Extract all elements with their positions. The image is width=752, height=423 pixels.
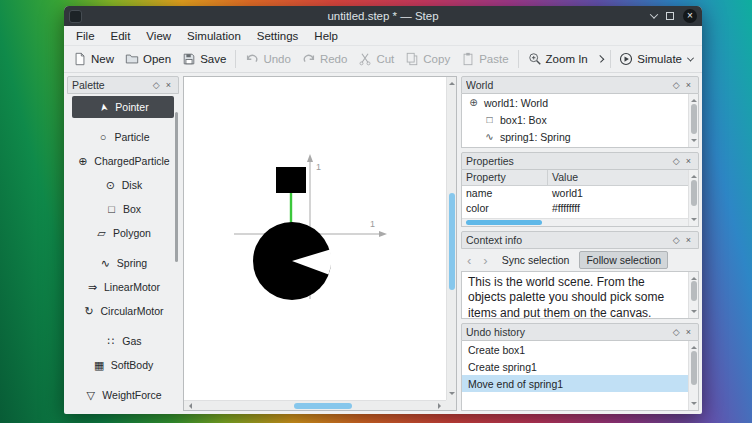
scroll-down-arrow-icon[interactable] <box>691 310 697 316</box>
undo-vertical-scrollbar[interactable] <box>688 341 698 410</box>
copy-button[interactable]: Copy <box>400 49 455 69</box>
palette-item-spring[interactable]: ∿ Spring <box>72 252 174 274</box>
palette-float-icon[interactable]: ◇ <box>150 81 163 90</box>
palette-close-icon[interactable]: × <box>163 81 174 90</box>
palette-item-disk[interactable]: ⊙ Disk <box>72 174 174 196</box>
titlebar[interactable]: untitled.step * — Step × <box>64 6 702 26</box>
world-panel-header[interactable]: World ◇ × <box>461 76 699 94</box>
zoom-in-button[interactable]: Zoom In <box>523 49 593 69</box>
menu-file[interactable]: File <box>68 28 103 44</box>
y-axis-label: 1 <box>316 162 321 172</box>
palette-item-circularmotor[interactable]: ↻ CircularMotor <box>72 300 174 322</box>
simulate-button[interactable]: Simulate <box>614 49 698 69</box>
undo-button[interactable]: Undo <box>240 49 296 69</box>
scroll-down-arrow-icon[interactable] <box>691 139 697 145</box>
main-toolbar: New Open Save Undo Redo Cut <box>64 46 702 73</box>
column-value[interactable]: Value <box>548 170 698 185</box>
palette-item-chargedparticle[interactable]: ⊕ ChargedParticle <box>72 150 174 172</box>
world-scroll-thumb[interactable] <box>691 104 697 134</box>
back-button[interactable]: ‹ <box>463 253 475 268</box>
undo-history-item[interactable]: Create spring1 <box>462 358 688 375</box>
toolbar-separator <box>235 50 236 68</box>
palette-item-box[interactable]: □ Box <box>72 198 174 220</box>
scroll-up-arrow-icon[interactable] <box>691 172 697 178</box>
properties-panel-header[interactable]: Properties ◇ × <box>461 152 699 170</box>
world-vertical-scrollbar[interactable] <box>688 94 698 147</box>
menu-view[interactable]: View <box>138 28 179 44</box>
box1-shape[interactable] <box>276 167 306 193</box>
toolbar-overflow-chevron-icon[interactable] <box>596 55 603 62</box>
scroll-up-arrow-icon[interactable] <box>691 343 697 349</box>
tree-item-spring1[interactable]: ∿ spring1: Spring <box>462 128 698 145</box>
maximize-icon[interactable] <box>666 12 674 20</box>
menu-settings[interactable]: Settings <box>249 28 307 44</box>
scroll-right-arrow-icon[interactable] <box>438 403 444 409</box>
undo-panel-header[interactable]: Undo history ◇ × <box>461 323 699 341</box>
properties-float-icon[interactable]: ◇ <box>670 157 683 166</box>
scene-canvas[interactable]: 1 1 <box>183 76 457 411</box>
sync-selection-button[interactable]: Sync selection <box>496 252 576 268</box>
weight-force-icon: ▽ <box>84 389 97 402</box>
scroll-up-arrow-icon[interactable] <box>691 96 697 102</box>
titlebar-menu-chevron-icon[interactable] <box>650 10 658 18</box>
follow-selection-toggle[interactable]: Follow selection <box>579 251 668 269</box>
properties-close-icon[interactable]: × <box>683 157 694 166</box>
context-vertical-scrollbar[interactable] <box>688 272 698 318</box>
palette-item-pointer[interactable]: ➤ Pointer <box>72 96 174 118</box>
paste-button[interactable]: Paste <box>456 49 513 69</box>
menu-edit[interactable]: Edit <box>103 28 139 44</box>
menu-help[interactable]: Help <box>306 28 346 44</box>
tree-item-box1[interactable]: □ box1: Box <box>462 111 698 128</box>
palette-item-polygon[interactable]: ▱ Polygon <box>72 222 174 244</box>
scroll-up-arrow-icon[interactable] <box>691 274 697 280</box>
canvas-horizontal-scroll-thumb[interactable] <box>294 403 352 409</box>
palette-scrollbar[interactable] <box>175 112 178 262</box>
forward-button[interactable]: › <box>479 253 491 268</box>
charged-particle-icon: ⊕ <box>76 155 89 168</box>
cut-button[interactable]: Cut <box>353 49 399 69</box>
canvas-vertical-scroll-thumb[interactable] <box>449 193 455 290</box>
context-panel-header[interactable]: Context info ◇ × <box>461 231 699 249</box>
palette-item-weightforce[interactable]: ▽ WeightForce <box>72 384 174 406</box>
palette-item-linearmotor[interactable]: ⇒ LinearMotor <box>72 276 174 298</box>
properties-panel-title: Properties <box>466 155 670 167</box>
new-button[interactable]: New <box>68 49 119 69</box>
undo-close-icon[interactable]: × <box>683 328 694 337</box>
simulate-dropdown-chevron-icon[interactable] <box>687 54 694 61</box>
scroll-left-arrow-icon[interactable] <box>186 403 192 409</box>
scroll-down-arrow-icon[interactable] <box>691 402 697 408</box>
close-icon[interactable]: × <box>683 9 697 23</box>
table-row[interactable]: color #ffffffff <box>462 201 698 216</box>
table-row[interactable]: name world1 <box>462 186 698 201</box>
context-float-icon[interactable]: ◇ <box>670 236 683 245</box>
palette-panel-header[interactable]: Palette ◇ × <box>67 76 179 94</box>
context-close-icon[interactable]: × <box>683 236 694 245</box>
properties-hscroll-thumb[interactable] <box>466 220 542 225</box>
undo-float-icon[interactable]: ◇ <box>670 328 683 337</box>
world-panel: World ◇ × ⊕ world1: World □ box1: Box <box>461 76 699 148</box>
palette-item-softbody[interactable]: ▦ SoftBody <box>72 354 174 376</box>
palette-item-gas[interactable]: ∷ Gas <box>72 330 174 352</box>
open-button[interactable]: Open <box>120 49 176 69</box>
scroll-up-arrow-icon[interactable] <box>449 79 455 85</box>
undo-history-item-selected[interactable]: Move end of spring1 <box>462 375 688 392</box>
scroll-down-arrow-icon[interactable] <box>691 218 697 224</box>
scroll-down-arrow-icon[interactable] <box>449 392 455 398</box>
canvas-vertical-scrollbar[interactable] <box>446 77 456 400</box>
properties-horizontal-scrollbar[interactable] <box>462 218 688 226</box>
save-button[interactable]: Save <box>177 49 231 69</box>
world-float-icon[interactable]: ◇ <box>670 81 683 90</box>
column-property[interactable]: Property <box>462 170 548 185</box>
properties-scroll-thumb[interactable] <box>691 180 697 206</box>
world-close-icon[interactable]: × <box>683 81 694 90</box>
tree-item-world1[interactable]: ⊕ world1: World <box>462 94 698 111</box>
undo-history-item[interactable]: Create box1 <box>462 341 688 358</box>
palette-item-particle[interactable]: ○ Particle <box>72 126 174 148</box>
canvas-horizontal-scrollbar[interactable] <box>184 400 446 410</box>
context-scroll-thumb[interactable] <box>691 281 697 301</box>
undo-scroll-thumb[interactable] <box>691 351 697 385</box>
redo-button[interactable]: Redo <box>297 49 353 69</box>
play-icon <box>619 52 633 66</box>
properties-vertical-scrollbar[interactable] <box>688 170 698 226</box>
menu-simulation[interactable]: Simulation <box>179 28 249 44</box>
